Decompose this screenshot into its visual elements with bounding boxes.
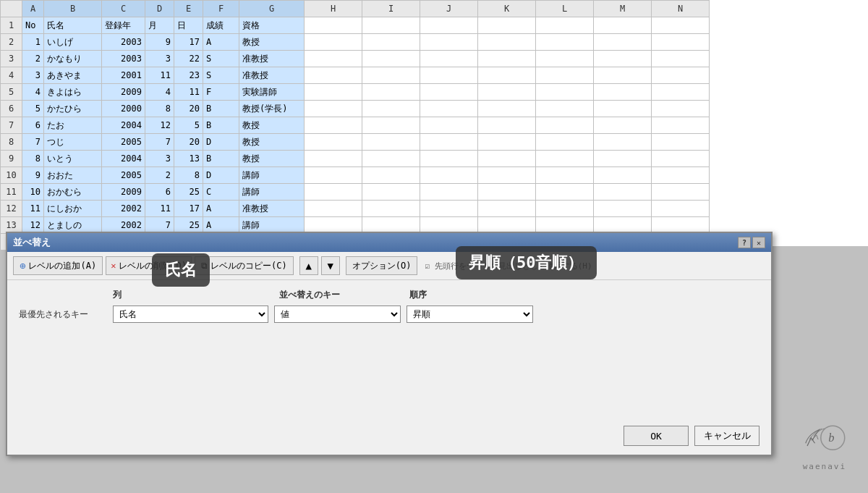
col-header-a[interactable]: A	[22, 1, 44, 17]
dialog-help-btn[interactable]: ?	[738, 237, 751, 248]
cell-f9[interactable]: B	[203, 151, 239, 167]
col-header-d[interactable]: D	[145, 1, 174, 17]
ok-button[interactable]: OK	[624, 426, 689, 446]
cell-a3[interactable]: 2	[22, 51, 44, 67]
cell-e7[interactable]: 5	[174, 117, 203, 134]
cell-d8[interactable]: 7	[145, 134, 174, 151]
col-header-i[interactable]: I	[362, 1, 420, 17]
cell-c8[interactable]: 2005	[102, 134, 145, 151]
cell-b7[interactable]: たお	[44, 117, 102, 134]
cell-g6[interactable]: 教授(学長)	[239, 101, 305, 117]
cell-a5[interactable]: 4	[22, 84, 44, 101]
cell-e3[interactable]: 22	[174, 51, 203, 67]
col-header-m[interactable]: M	[594, 1, 652, 17]
cell-d9[interactable]: 3	[145, 151, 174, 167]
cell-d7[interactable]: 12	[145, 117, 174, 134]
cell-d4[interactable]: 11	[145, 67, 174, 84]
cell-b6[interactable]: かたひら	[44, 101, 102, 117]
col-header-h[interactable]: H	[305, 1, 362, 17]
cell-c11[interactable]: 2009	[102, 184, 145, 201]
cell-b4[interactable]: あきやま	[44, 67, 102, 84]
cell-g3[interactable]: 准教授	[239, 51, 305, 67]
cell-g9[interactable]: 教授	[239, 151, 305, 167]
cell-b11[interactable]: おかむら	[44, 184, 102, 201]
cell-g12[interactable]: 准教授	[239, 201, 305, 217]
cell-f7[interactable]: B	[203, 117, 239, 134]
cell-e4[interactable]: 23	[174, 67, 203, 84]
cell-f11[interactable]: C	[203, 184, 239, 201]
cell-e9[interactable]: 13	[174, 151, 203, 167]
cell-b1[interactable]: 氏名	[44, 17, 102, 34]
cell-e2[interactable]: 17	[174, 34, 203, 51]
cell-c12[interactable]: 2002	[102, 201, 145, 217]
cell-c10[interactable]: 2005	[102, 167, 145, 184]
cell-d11[interactable]: 6	[145, 184, 174, 201]
col-header-k[interactable]: K	[478, 1, 536, 17]
col-header-f[interactable]: F	[203, 1, 239, 17]
cell-c9[interactable]: 2004	[102, 151, 145, 167]
dialog-close-btn[interactable]: ✕	[752, 237, 765, 248]
cell-g1[interactable]: 資格	[239, 17, 305, 34]
col-header-j[interactable]: J	[420, 1, 478, 17]
col-header-b[interactable]: B	[44, 1, 102, 17]
cell-d3[interactable]: 3	[145, 51, 174, 67]
cell-c4[interactable]: 2001	[102, 67, 145, 84]
cell-f6[interactable]: B	[203, 101, 239, 117]
col-header-g[interactable]: G	[239, 1, 305, 17]
cell-f1[interactable]: 成績	[203, 17, 239, 34]
cell-a1[interactable]: No	[22, 17, 44, 34]
cell-c6[interactable]: 2000	[102, 101, 145, 117]
cell-a4[interactable]: 3	[22, 67, 44, 84]
cell-f3[interactable]: S	[203, 51, 239, 67]
cell-f12[interactable]: A	[203, 201, 239, 217]
cell-d1[interactable]: 月	[145, 17, 174, 34]
cell-g7[interactable]: 教授	[239, 117, 305, 134]
col-header-c[interactable]: C	[102, 1, 145, 17]
cell-c7[interactable]: 2004	[102, 117, 145, 134]
move-up-button[interactable]: ▲	[299, 256, 318, 275]
cell-g10[interactable]: 講師	[239, 167, 305, 184]
options-button[interactable]: オプション(O)	[346, 256, 418, 275]
cell-g4[interactable]: 准教授	[239, 67, 305, 84]
cell-e5[interactable]: 11	[174, 84, 203, 101]
col-header-n[interactable]: N	[652, 1, 710, 17]
cell-f8[interactable]: D	[203, 134, 239, 151]
cell-d5[interactable]: 4	[145, 84, 174, 101]
cell-b10[interactable]: おおた	[44, 167, 102, 184]
order-select[interactable]: 昇順 降順 ユーザー設定リスト...	[407, 306, 533, 323]
cell-b9[interactable]: いとう	[44, 151, 102, 167]
cell-f10[interactable]: D	[203, 167, 239, 184]
cell-a8[interactable]: 7	[22, 134, 44, 151]
cell-a7[interactable]: 6	[22, 117, 44, 134]
cell-f4[interactable]: S	[203, 67, 239, 84]
sort-key-select[interactable]: 値 セルの色 フォントの色 アイコン	[274, 306, 401, 323]
cell-b12[interactable]: にしおか	[44, 201, 102, 217]
column-select[interactable]: 氏名 No 登録年 月 日 成績 資格	[113, 306, 268, 323]
cell-b3[interactable]: かなもり	[44, 51, 102, 67]
cell-a2[interactable]: 1	[22, 34, 44, 51]
cell-g11[interactable]: 講師	[239, 184, 305, 201]
add-level-button[interactable]: ⊕ レベルの追加(A)	[13, 256, 103, 275]
cell-c3[interactable]: 2003	[102, 51, 145, 67]
col-header-l[interactable]: L	[536, 1, 594, 17]
cell-d6[interactable]: 8	[145, 101, 174, 117]
cell-a6[interactable]: 5	[22, 101, 44, 117]
cell-a11[interactable]: 10	[22, 184, 44, 201]
cell-b8[interactable]: つじ	[44, 134, 102, 151]
cell-a10[interactable]: 9	[22, 167, 44, 184]
cell-f5[interactable]: F	[203, 84, 239, 101]
cell-b2[interactable]: いしげ	[44, 34, 102, 51]
cell-c2[interactable]: 2003	[102, 34, 145, 51]
cell-e11[interactable]: 25	[174, 184, 203, 201]
cell-g2[interactable]: 教授	[239, 34, 305, 51]
cell-g8[interactable]: 教授	[239, 134, 305, 151]
cell-e1[interactable]: 日	[174, 17, 203, 34]
move-down-button[interactable]: ▼	[321, 256, 340, 275]
cell-c1[interactable]: 登録年	[102, 17, 145, 34]
cell-d2[interactable]: 9	[145, 34, 174, 51]
cell-b5[interactable]: きよはら	[44, 84, 102, 101]
cell-e12[interactable]: 17	[174, 201, 203, 217]
cell-e6[interactable]: 20	[174, 101, 203, 117]
cell-g5[interactable]: 実験講師	[239, 84, 305, 101]
cell-e10[interactable]: 8	[174, 167, 203, 184]
